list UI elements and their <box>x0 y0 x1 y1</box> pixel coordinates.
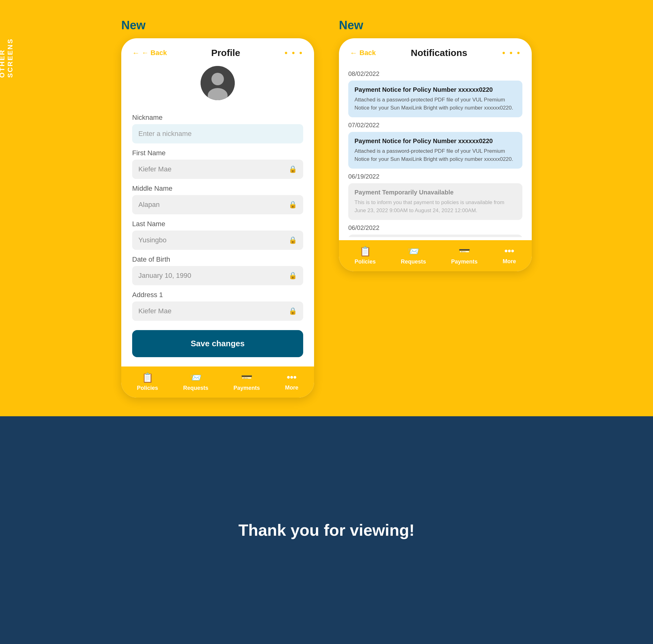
notif-requests-icon: 📨 <box>408 246 419 257</box>
profile-screen-container: New ← ← Back Profile • • • <box>121 19 314 398</box>
notif-payments-icon: 💳 <box>459 246 470 257</box>
notification-card-2[interactable]: Payment Temporarily UnavailableThis is t… <box>348 183 523 220</box>
notif-date-0: 08/02/2022 <box>348 70 523 77</box>
notif-date-1: 07/02/2022 <box>348 122 523 129</box>
svg-point-1 <box>212 73 224 85</box>
requests-icon: 📨 <box>190 372 201 383</box>
profile-bottom-nav: 📋 Policies 📨 Requests 💳 Payments ••• Mor… <box>121 367 314 398</box>
footer-section: Thank you for viewing! <box>0 416 653 644</box>
notif-date-3: 06/02/2022 <box>348 224 523 231</box>
nickname-input[interactable]: Enter a nickname <box>132 124 303 143</box>
notif-title-2: Payment Temporarily Unavailable <box>355 189 516 196</box>
nav-more[interactable]: ••• More <box>285 372 298 391</box>
lock-icon-firstname: 🔒 <box>289 165 297 173</box>
address-input: Kiefer Mae 🔒 <box>132 301 303 321</box>
policies-icon: 📋 <box>142 372 153 383</box>
notifications-phone-frame: ← Back Notifications • • • 08/02/2022Pay… <box>339 38 532 271</box>
more-icon: ••• <box>287 372 297 383</box>
notifications-body: 08/02/2022Payment Notice for Policy Numb… <box>339 63 532 237</box>
notif-nav-requests[interactable]: 📨 Requests <box>401 246 426 265</box>
notif-more-icon: ••• <box>504 246 514 256</box>
thank-you-text: Thank you for viewing! <box>239 521 414 539</box>
notif-title-1: Payment Notice for Policy Number xxxxxx0… <box>355 138 516 145</box>
notif-text-1: Attached is a password-protected PDF fil… <box>355 147 516 163</box>
address-label: Address 1 <box>132 291 303 299</box>
notif-nav-payments[interactable]: 💳 Payments <box>451 246 478 265</box>
notifications-screen-container: New ← Back Notifications • • • 08/02/202… <box>339 19 532 398</box>
middle-name-label: Middle Name <box>132 184 303 192</box>
notifications-new-label: New <box>339 19 532 32</box>
notif-text-0: Attached is a password-protected PDF fil… <box>355 96 516 112</box>
notification-card-0[interactable]: Payment Notice for Policy Number xxxxxx0… <box>348 80 523 117</box>
notif-policies-icon: 📋 <box>360 246 371 257</box>
notification-card-1[interactable]: Payment Notice for Policy Number xxxxxx0… <box>348 132 523 169</box>
profile-header: ← ← Back Profile • • • <box>121 38 314 63</box>
notifications-title: Notifications <box>411 48 467 58</box>
notif-nav-more[interactable]: ••• More <box>503 246 516 265</box>
notif-text-2: This is to inform you that payment to po… <box>355 199 516 214</box>
lock-icon-address: 🔒 <box>289 307 297 315</box>
notif-title-0: Payment Notice for Policy Number xxxxxx0… <box>355 86 516 93</box>
profile-form: Nickname Enter a nickname First Name Kie… <box>121 114 314 363</box>
notifications-dots-menu[interactable]: • • • <box>502 48 521 58</box>
middle-name-input: Alapan 🔒 <box>132 195 303 214</box>
last-name-label: Last Name <box>132 220 303 228</box>
last-name-input: Yusingbo 🔒 <box>132 231 303 250</box>
nav-requests[interactable]: 📨 Requests <box>183 372 208 391</box>
back-label-notif: Back <box>360 49 376 57</box>
back-arrow-icon-notif: ← <box>350 48 357 57</box>
profile-new-label: New <box>121 19 314 32</box>
lock-icon-middlename: 🔒 <box>289 201 297 209</box>
profile-back-button[interactable]: ← ← Back <box>132 48 167 57</box>
lock-icon-dob: 🔒 <box>289 272 297 280</box>
notifications-header: ← Back Notifications • • • <box>339 38 532 63</box>
avatar-section <box>121 63 314 108</box>
nav-policies[interactable]: 📋 Policies <box>137 372 158 391</box>
notif-date-2: 06/19/2022 <box>348 173 523 180</box>
side-label: OTHER SCREENS <box>0 16 13 78</box>
payments-icon: 💳 <box>241 372 252 383</box>
dob-input: January 10, 1990 🔒 <box>132 266 303 285</box>
back-arrow-icon: ← <box>132 48 140 57</box>
first-name-label: First Name <box>132 149 303 157</box>
dob-label: Date of Birth <box>132 255 303 263</box>
avatar[interactable] <box>200 66 235 100</box>
notifications-bottom-nav: 📋 Policies 📨 Requests 💳 Payments ••• Mor… <box>339 240 532 271</box>
back-label: ← Back <box>142 49 167 57</box>
lock-icon-lastname: 🔒 <box>289 236 297 244</box>
save-changes-button[interactable]: Save changes <box>132 330 303 357</box>
notifications-back-button[interactable]: ← Back <box>350 48 376 57</box>
notification-card-3[interactable]: Payment Notice for Policy Number xxxxxx0… <box>348 235 523 237</box>
first-name-input: Kiefer Mae 🔒 <box>132 160 303 179</box>
nav-payments[interactable]: 💳 Payments <box>234 372 260 391</box>
profile-title: Profile <box>211 48 240 58</box>
profile-dots-menu[interactable]: • • • <box>285 48 303 58</box>
profile-phone-frame: ← ← Back Profile • • • Ni <box>121 38 314 398</box>
notif-nav-policies[interactable]: 📋 Policies <box>355 246 376 265</box>
nickname-label: Nickname <box>132 114 303 122</box>
